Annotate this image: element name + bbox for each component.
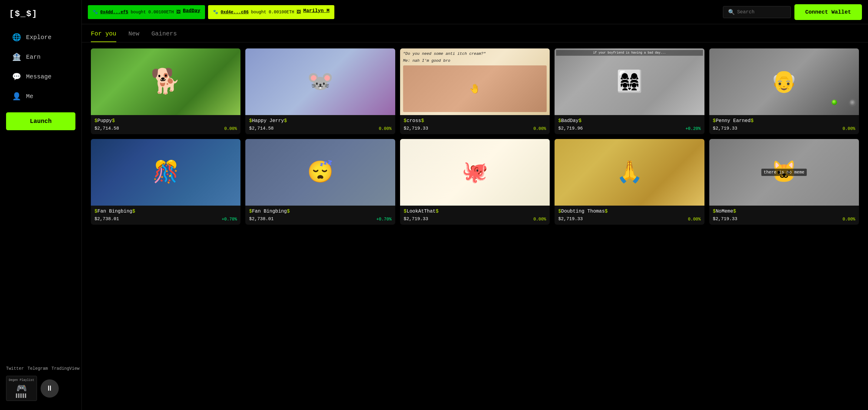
tabs: For you New Gainers: [82, 24, 868, 42]
ticker-container: 🐾 0x4dd...ef5 bought 0.00100ETH 🖼 BadDay…: [88, 5, 719, 19]
meme-info-lookat: $LookAtThat$ $2,719.33 0.00%: [400, 206, 550, 225]
ticker-amount-2: 0.00100ETH: [269, 10, 294, 14]
meme-card-fan[interactable]: 🎊 $Fan Bingbing$ $2,738.01 +0.70%: [91, 139, 241, 225]
doubting-emoji: 🙏: [616, 159, 643, 185]
meme-name-penny: $Penny Earned$: [713, 118, 855, 124]
play-button[interactable]: ⏸: [40, 379, 59, 398]
meme-stats-penny: $2,719.33 0.00%: [713, 126, 855, 131]
pixel-player-icon: 🎮: [9, 383, 34, 393]
nav-me[interactable]: 👤 Me: [3, 87, 79, 106]
nav-message[interactable]: 💬 Message: [3, 67, 79, 86]
meme-grid: 🐕 $Puppy$ $2,714.58 0.00% 🐭 $Happy Jerry…: [82, 42, 868, 410]
penny-emoji: 👴: [771, 69, 797, 95]
meme-stats-puppy: $2,714.58 0.00%: [94, 126, 237, 131]
meme-stats-lookat: $2,719.33 0.00%: [404, 217, 546, 222]
ticker-action-1: bought: [130, 10, 146, 14]
meme-price-badday: $2,719.96: [558, 126, 583, 131]
nomeme-overlay-text: there is no meme: [762, 169, 807, 176]
telegram-link[interactable]: Telegram: [28, 366, 48, 371]
main-content: 🐾 0x4dd...ef5 bought 0.00100ETH 🖼 BadDay…: [82, 0, 868, 410]
meme-stats-doubting: $2,719.33 0.00%: [558, 217, 701, 222]
meme-image-penny: 👴: [709, 49, 859, 115]
meme-info-badday: $BadDay$ $2,719.96 +0.20%: [555, 115, 704, 134]
meme-price-fan: $2,738.01: [94, 217, 119, 222]
meme-stats-cross: $2,719.33 0.00%: [404, 126, 546, 131]
meme-change-jerry: 0.00%: [379, 126, 392, 131]
tab-gainers[interactable]: Gainers: [151, 30, 177, 42]
nav-explore[interactable]: 🌐 Explore: [3, 28, 79, 46]
tab-new[interactable]: New: [128, 30, 139, 42]
meme-price-nomeme: $2,719.33: [713, 217, 738, 222]
meme-info-penny: $Penny Earned$ $2,719.33 0.00%: [709, 115, 859, 134]
meme-card-lookat[interactable]: 🐙 $LookAtThat$ $2,719.33 0.00%: [400, 139, 550, 225]
meme-card-nomeme[interactable]: 🐱 there is no meme $NoMeme$ $2,719.33 0.…: [709, 139, 859, 225]
sidebar-footer: Twitter Telegram TradingView Degen Playl…: [0, 363, 82, 404]
ticker-item-2: 🐾 0xd4e...c86 bought 0.00100ETH 🖼 Marily…: [208, 5, 334, 19]
meme-cross-skin: 🤚: [403, 65, 547, 112]
earn-icon: 🏦: [12, 53, 21, 61]
ticker-action-2: bought: [251, 10, 266, 14]
degen-player: Degen Playlist 🎮 ▌▌▌▌▌ ⏸: [6, 376, 75, 401]
gear-circle-icon: [848, 98, 857, 106]
meme-card-jerry[interactable]: 🐭 $Happy Jerry$ $2,714.58 0.00%: [245, 49, 395, 134]
meme-info-jerry: $Happy Jerry$ $2,714.58 0.00%: [245, 115, 395, 134]
meme-image-cross: "Do you need some anti itch cream?" Me: …: [400, 49, 550, 115]
meme-image-doubting: 🙏: [555, 139, 704, 206]
nav-explore-label: Explore: [26, 34, 52, 41]
meme-info-nomeme: $NoMeme$ $2,719.33 0.00%: [709, 206, 859, 225]
tab-for-you[interactable]: For you: [91, 30, 116, 42]
meme-change-fan: +0.70%: [222, 217, 237, 222]
ticker-meme-icon-1: 🖼: [176, 10, 181, 14]
ticker-meme-2[interactable]: Marilyn M: [303, 8, 329, 13]
meme-card-cross[interactable]: "Do you need some anti itch cream?" Me: …: [400, 49, 550, 134]
meme-change-bingbing: +0.70%: [376, 217, 391, 222]
meme-info-doubting: $Doubting Thomas$ $2,719.33 0.00%: [555, 206, 704, 225]
meme-image-fan: 🎊: [91, 139, 241, 206]
meme-change-doubting: 0.00%: [688, 217, 701, 222]
ticker-addr-1[interactable]: 0x4dd...ef5: [100, 10, 128, 14]
nav-earn[interactable]: 🏦 Earn: [3, 48, 79, 66]
meme-image-jerry: 🐭: [245, 49, 395, 115]
bingbing-emoji: 😴: [307, 159, 334, 185]
ticker-meme-1[interactable]: BadDay: [183, 8, 200, 13]
search-area[interactable]: 🔍: [723, 6, 791, 18]
meme-price-puppy: $2,714.58: [94, 126, 119, 131]
message-icon: 💬: [12, 72, 21, 81]
tradingview-link[interactable]: TradingView: [52, 366, 79, 371]
meme-price-penny: $2,719.33: [713, 126, 738, 131]
badday-emoji: 👩‍👩‍👧‍👧: [616, 69, 643, 95]
meme-stats-badday: $2,719.96 +0.20%: [558, 126, 701, 131]
meme-image-badday: 👩‍👩‍👧‍👧 if your boyfriend is having a ba…: [555, 49, 704, 115]
meme-change-lookat: 0.00%: [533, 217, 546, 222]
ticker-icon-1: 🐾: [93, 9, 98, 14]
meme-image-bingbing: 😴: [245, 139, 395, 206]
meme-price-cross: $2,719.33: [404, 126, 428, 131]
sidebar: [$_$] 🌐 Explore 🏦 Earn 💬 Message 👤 Me La…: [0, 0, 82, 410]
meme-stats-jerry: $2,714.58 0.00%: [249, 126, 391, 131]
launch-button[interactable]: Launch: [6, 112, 75, 130]
twitter-link[interactable]: Twitter: [6, 366, 24, 371]
meme-card-badday[interactable]: 👩‍👩‍👧‍👧 if your boyfriend is having a ba…: [555, 49, 704, 134]
ticker-addr-2[interactable]: 0xd4e...c86: [220, 10, 248, 14]
meme-price-lookat: $2,719.33: [404, 217, 428, 222]
meme-card-bingbing[interactable]: 😴 $Fan Bingbing$ $2,738.01 +0.70%: [245, 139, 395, 225]
ticker-icon-2: 🐾: [213, 9, 218, 14]
sidebar-links: Twitter Telegram TradingView: [6, 366, 75, 371]
nav-message-label: Message: [26, 73, 52, 80]
meme-info-fan: $Fan Bingbing$ $2,738.01 +0.70%: [91, 206, 241, 225]
meme-info-puppy: $Puppy$ $2,714.58 0.00%: [91, 115, 241, 134]
meme-change-nomeme: 0.00%: [842, 217, 855, 222]
connect-wallet-button[interactable]: Connect Wallet: [795, 4, 862, 20]
ticker-item-1: 🐾 0x4dd...ef5 bought 0.00100ETH 🖼 BadDay: [88, 5, 205, 19]
meme-stats-nomeme: $2,719.33 0.00%: [713, 217, 855, 222]
meme-name-doubting: $Doubting Thomas$: [558, 209, 701, 214]
meme-cross-speech2: Me: nah I'm good bro: [403, 58, 547, 63]
meme-image-nomeme: 🐱 there is no meme: [709, 139, 859, 206]
search-input[interactable]: [737, 9, 786, 15]
ticker-meme-icon-2: 🖼: [297, 10, 301, 14]
meme-card-penny[interactable]: 👴 $Penny Earned$ $2,719.33 0.00%: [709, 49, 859, 134]
meme-card-puppy[interactable]: 🐕 $Puppy$ $2,714.58 0.00%: [91, 49, 241, 134]
meme-stats-fan: $2,738.01 +0.70%: [94, 217, 237, 222]
meme-card-doubting[interactable]: 🙏 $Doubting Thomas$ $2,719.33 0.00%: [555, 139, 704, 225]
degen-playlist-box[interactable]: Degen Playlist 🎮 ▌▌▌▌▌: [6, 376, 37, 401]
